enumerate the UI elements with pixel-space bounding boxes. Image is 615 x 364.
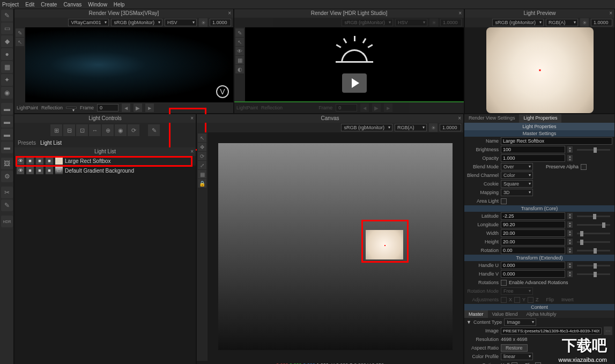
reflection-mode[interactable]: Reflection [41, 105, 63, 110]
canvas-channel-dropdown[interactable]: RGB(A) [395, 124, 427, 131]
lc-btn-7[interactable]: ⟳ [128, 124, 139, 136]
spin-down-icon[interactable]: ▼ [567, 233, 573, 236]
master-section-header[interactable]: Master Settings [464, 130, 614, 137]
opacity-input[interactable] [501, 154, 565, 162]
content-tab-valueblend[interactable]: Value Blend [488, 310, 522, 318]
hdr-play-icon[interactable]: ▶ [372, 103, 381, 112]
lock-icon[interactable]: ■ [36, 167, 43, 174]
menu-canvas[interactable]: Canvas [63, 2, 81, 8]
mapping-dropdown[interactable]: 3D [501, 189, 533, 196]
rotate-icon[interactable]: ⟳ [198, 152, 206, 160]
spin-down-icon[interactable]: ▼ [567, 216, 573, 219]
lc-btn-1[interactable]: ⊞ [50, 124, 62, 136]
tool-grad3-icon[interactable]: ▬ [1, 129, 13, 140]
tool-ring-icon[interactable]: ◉ [1, 87, 13, 99]
tool-image-icon[interactable]: 🖼 [1, 158, 13, 169]
grid-icon[interactable]: ▦ [235, 56, 244, 64]
close-icon[interactable]: × [609, 9, 612, 18]
lat-slider[interactable] [577, 216, 610, 217]
lat-input[interactable] [501, 212, 565, 220]
hdr-mode-dropdown[interactable]: HSV [395, 19, 427, 26]
hdr-exposure-value[interactable]: 1.0000 [440, 19, 462, 26]
lightpaint-mode[interactable]: LightPaint [17, 105, 38, 110]
width-input[interactable] [501, 229, 565, 237]
spin-down-icon[interactable]: ▼ [567, 274, 573, 277]
spin-down-icon[interactable]: ▼ [567, 150, 573, 153]
content-tab-alphamult[interactable]: Alpha Multiply [522, 310, 560, 318]
mode-dd[interactable] [66, 107, 77, 109]
list-item-background[interactable]: 👁 ■ ■ ■ □ Default Gradient Background [14, 166, 196, 175]
content-section-header[interactable]: Content [464, 304, 614, 310]
lc-btn-edit[interactable]: ✎ [148, 124, 160, 136]
play-icon[interactable]: ▶ [134, 103, 142, 112]
render-viewport[interactable]: V [25, 27, 233, 102]
menu-create[interactable]: Create [41, 2, 57, 8]
adv-rotations-checkbox[interactable] [501, 280, 507, 286]
canvas-viewport[interactable] [218, 143, 453, 350]
height-slider[interactable] [577, 241, 610, 243]
height-input[interactable] [501, 238, 565, 246]
brush-icon[interactable]: ✎ [235, 28, 244, 37]
frame-value[interactable]: 0 [97, 104, 118, 112]
cursor-icon[interactable]: ↖ [235, 38, 244, 46]
lc-btn-6[interactable]: ◉ [115, 124, 127, 136]
lc-btn-2[interactable]: ⊟ [63, 124, 75, 136]
tool-wand-icon[interactable]: ✦ [1, 74, 13, 86]
toggle-icon[interactable]: ◐ [235, 65, 244, 73]
disclosure-icon[interactable]: ▼ [466, 320, 471, 325]
browse-icon[interactable]: ⋯ [604, 326, 612, 335]
close-icon[interactable]: × [458, 9, 462, 18]
exposure-icon[interactable]: ☀ [199, 18, 208, 27]
hu-slider[interactable] [577, 265, 610, 266]
canvas-exposure[interactable]: 1.0000 [440, 124, 461, 131]
tool-checker-icon[interactable]: ▦ [1, 61, 13, 73]
hu-input[interactable] [501, 262, 565, 269]
view-icon[interactable]: 👁 [235, 47, 244, 55]
contenttype-dropdown[interactable]: Image [504, 318, 536, 326]
lon-input[interactable] [501, 221, 565, 228]
tool-edit-icon[interactable]: ✎ [1, 199, 13, 211]
close-icon[interactable]: × [458, 114, 461, 123]
spin-down-icon[interactable]: ▼ [567, 250, 573, 254]
tool-brush-icon[interactable]: ✎ [1, 10, 13, 21]
hdr-viewport[interactable] [245, 27, 464, 101]
preserve-alpha-checkbox[interactable] [581, 164, 587, 170]
transform-core-header[interactable]: Transform (Core) [464, 205, 614, 212]
tool-gear-icon[interactable]: ⚙ [1, 170, 13, 182]
preview-exposure[interactable]: 1.0000 [591, 19, 612, 26]
exposure-icon[interactable]: ☀ [580, 18, 589, 27]
grid-icon[interactable]: ▦ [198, 170, 206, 179]
close-icon[interactable]: × [190, 114, 194, 123]
camera-dropdown[interactable]: VRayCam001 [68, 19, 109, 26]
mode-dropdown[interactable]: HSV [165, 19, 197, 26]
tab-render-settings[interactable]: Render View Settings [464, 114, 519, 123]
canvas-colorspace-dropdown[interactable]: sRGB (rgbMonitor) [341, 124, 392, 131]
width-slider[interactable] [577, 233, 610, 234]
hdr-prev-icon[interactable]: ◄ [360, 103, 369, 112]
hdr-reflection[interactable]: Reflection [261, 105, 283, 110]
brightness-input[interactable] [501, 146, 565, 153]
blendchannel-dropdown[interactable]: Color [501, 172, 533, 179]
brush-icon[interactable]: ✎ [16, 28, 24, 37]
play-button[interactable] [342, 73, 367, 93]
tool-grad1-icon[interactable]: ▬ [1, 103, 13, 115]
exposure-icon[interactable]: ☀ [429, 123, 438, 132]
image-path-input[interactable] [501, 328, 602, 335]
exposure-icon[interactable]: ☀ [429, 18, 438, 27]
preview-viewport[interactable] [465, 27, 614, 113]
menu-window[interactable]: Window [88, 2, 107, 8]
spin-down-icon[interactable]: ▼ [567, 242, 573, 245]
tool-grad2-icon[interactable]: ▬ [1, 116, 13, 128]
rotation-input[interactable] [501, 247, 565, 254]
preview-channel-dropdown[interactable]: RGB(A) [546, 19, 578, 26]
scale-icon[interactable]: ⤢ [198, 161, 206, 169]
restore-button[interactable]: Restore [501, 344, 528, 352]
lc-btn-5[interactable]: ⊕ [102, 124, 114, 136]
close-icon[interactable]: × [190, 147, 194, 156]
content-tab-master[interactable]: Master [464, 310, 488, 318]
tool-rect-icon[interactable]: ▭ [1, 23, 13, 34]
tool-sphere-icon[interactable]: ● [1, 48, 13, 60]
lc-btn-3[interactable]: ⊡ [76, 124, 88, 136]
spin-down-icon[interactable]: ▼ [567, 265, 573, 269]
move-icon[interactable]: ✥ [198, 143, 206, 151]
